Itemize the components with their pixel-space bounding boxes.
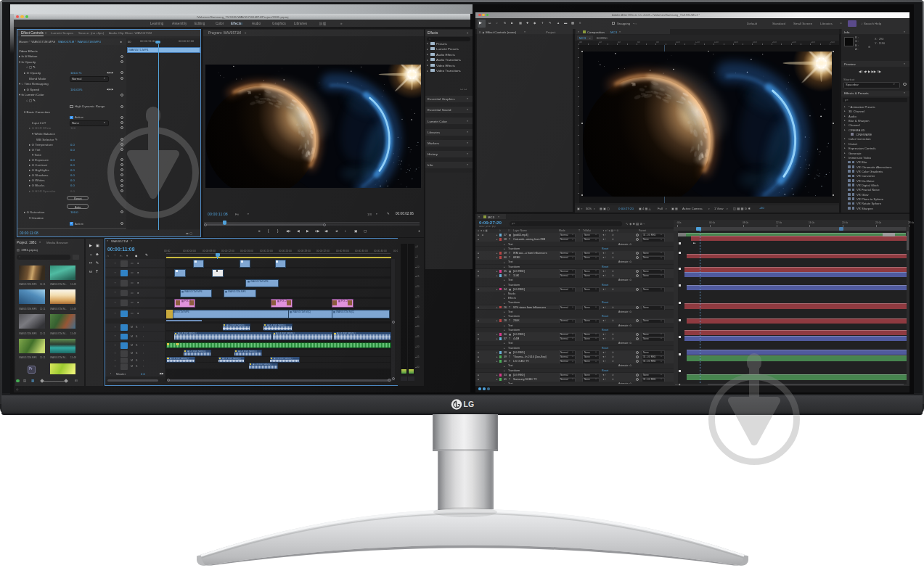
- svg-text:LG: LG: [464, 400, 475, 408]
